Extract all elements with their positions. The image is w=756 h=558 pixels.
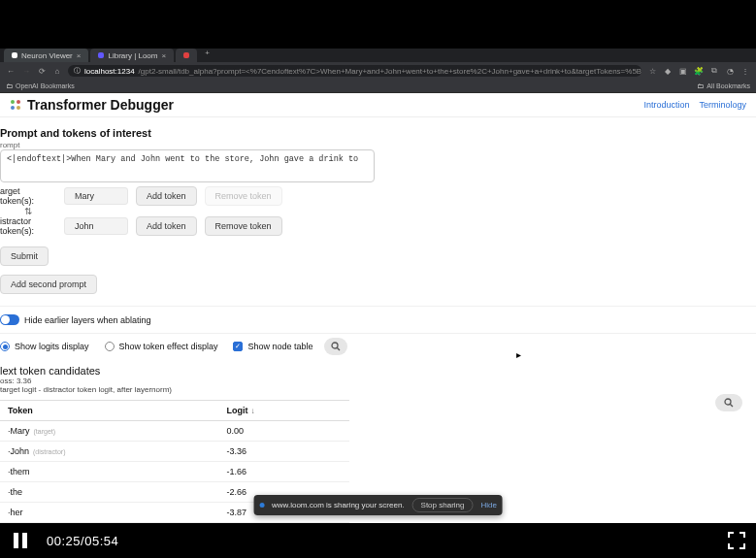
target-tokens-label: arget token(s): xyxy=(0,186,56,206)
pause-icon xyxy=(10,530,31,551)
star-icon[interactable]: ☆ xyxy=(647,67,657,76)
folder-icon: 🗀 xyxy=(697,82,704,89)
show-node-table-label: Show node table xyxy=(247,342,312,351)
token-cell: ·her xyxy=(0,503,219,523)
browser-tab-3[interactable] xyxy=(176,49,197,62)
fullscreen-icon xyxy=(727,531,746,550)
all-bookmarks-label: All Bookmarks xyxy=(707,82,750,89)
share-text: www.loom.com is sharing your screen. xyxy=(272,501,405,509)
url-bar[interactable]: ⓘ localhost:1234 /gpt2-small/tdb_alpha?p… xyxy=(68,65,641,77)
pause-button[interactable] xyxy=(10,530,31,551)
forward-icon[interactable]: → xyxy=(21,67,31,76)
time-current: 00:25 xyxy=(47,534,81,548)
close-icon[interactable]: × xyxy=(161,51,166,60)
new-tab-button[interactable]: + xyxy=(199,49,215,62)
token-tag: (target) xyxy=(34,428,56,435)
svg-point-3 xyxy=(16,106,20,110)
show-token-effect-label: Show token effect display xyxy=(119,342,218,351)
ext-1-icon[interactable]: ◆ xyxy=(663,67,673,76)
candidates-heading: lext token candidates xyxy=(0,365,756,377)
token-cell: ·them xyxy=(0,462,219,482)
browser-tab-1[interactable]: Neuron Viewer × xyxy=(4,49,88,62)
submit-button[interactable]: Submit xyxy=(0,246,49,266)
show-logits-label: Show logits display xyxy=(15,342,89,351)
distractor-token-chip[interactable]: John xyxy=(64,217,128,235)
token-cell: ·John(distractor) xyxy=(0,442,219,462)
add-target-button[interactable]: Add token xyxy=(136,186,197,206)
show-token-effect-radio[interactable] xyxy=(105,342,115,351)
url-path: /gpt2-small/tdb_alpha?prompt=<%7Cendofte… xyxy=(139,67,641,76)
fullscreen-button[interactable] xyxy=(727,531,746,550)
swap-icon[interactable]: ⇅ xyxy=(0,206,56,216)
app-logo-icon xyxy=(10,99,21,111)
zoom-candidates-button[interactable] xyxy=(715,394,742,411)
url-host: localhost:1234 xyxy=(84,67,135,76)
magnify-icon xyxy=(331,342,341,351)
svg-point-4 xyxy=(332,343,338,348)
hide-share-button[interactable]: Hide xyxy=(480,501,496,509)
home-icon[interactable]: ⌂ xyxy=(52,67,62,76)
hide-layers-toggle[interactable] xyxy=(0,314,19,325)
svg-line-5 xyxy=(337,347,340,350)
remove-distractor-button[interactable]: Remove token xyxy=(205,216,282,236)
svg-rect-9 xyxy=(22,533,27,548)
loss-label: oss: xyxy=(0,377,16,385)
avatar-icon[interactable]: ◔ xyxy=(725,67,735,76)
browser-tab-2[interactable]: Library | Loom × xyxy=(90,49,174,62)
candidates-subtitle: target logit - distractor token logit, a… xyxy=(0,385,756,394)
token-cell: ·the xyxy=(0,482,219,503)
video-timestamp: 00:25/05:54 xyxy=(47,534,118,548)
site-info-icon[interactable]: ⓘ xyxy=(74,66,81,76)
intro-link[interactable]: Introduction xyxy=(643,100,689,110)
distractor-tokens-label: istractor token(s): xyxy=(0,216,56,236)
tab-fav-2 xyxy=(98,52,104,58)
svg-rect-8 xyxy=(14,533,18,548)
tab-title-1: Neuron Viewer xyxy=(21,51,73,60)
puzzle-icon[interactable]: 🧩 xyxy=(694,67,704,76)
table-row[interactable]: ·them-1.66 xyxy=(0,462,349,482)
back-icon[interactable]: ← xyxy=(6,67,16,76)
menu-icon[interactable]: ⋮ xyxy=(740,67,750,76)
magnify-icon xyxy=(724,398,734,408)
token-cell: ·Mary(target) xyxy=(0,421,219,442)
tab-title-2: Library | Loom xyxy=(108,51,157,60)
sort-desc-icon: ↓ xyxy=(251,407,255,415)
prompt-section-heading: Prompt and tokens of interest xyxy=(0,121,756,141)
remove-target-button: Remove token xyxy=(205,186,282,206)
col-logit[interactable]: Logit↓ xyxy=(219,401,349,421)
show-node-table-checkbox[interactable]: ✓ xyxy=(233,342,243,351)
svg-point-0 xyxy=(11,100,15,104)
svg-point-1 xyxy=(16,100,20,104)
cursor-icon: ▸ xyxy=(516,349,521,360)
table-row[interactable]: ·Mary(target)0.00 xyxy=(0,421,349,442)
reload-icon[interactable]: ⟳ xyxy=(37,67,47,76)
svg-point-6 xyxy=(725,399,731,405)
tab-fav-1 xyxy=(12,52,17,58)
svg-line-7 xyxy=(730,404,733,407)
loss-value: 3.36 xyxy=(16,377,32,385)
svg-point-2 xyxy=(11,106,15,110)
add-distractor-button[interactable]: Add token xyxy=(136,216,197,236)
show-logits-radio[interactable] xyxy=(0,342,10,351)
page-title: Transformer Debugger xyxy=(27,97,174,113)
stop-sharing-button[interactable]: Stop sharing xyxy=(412,498,474,512)
prompt-label: rompt xyxy=(0,141,756,149)
time-total: 05:54 xyxy=(84,534,118,548)
col-token[interactable]: Token xyxy=(0,401,219,421)
window-icon[interactable]: ⧉ xyxy=(709,66,719,76)
close-icon[interactable]: × xyxy=(77,51,82,60)
prompt-input[interactable]: <|endoftext|>When Mary and John went to … xyxy=(0,149,375,182)
logit-cell: 0.00 xyxy=(219,421,349,442)
table-row[interactable]: ·John(distractor)-3.36 xyxy=(0,442,349,462)
screen-share-bar: www.loom.com is sharing your screen. Sto… xyxy=(253,495,503,515)
target-token-chip[interactable]: Mary xyxy=(64,187,128,205)
bookmark-item[interactable]: 🗀 OpenAI Bookmarks xyxy=(6,82,75,89)
tab-fav-3 xyxy=(183,52,189,58)
zoom-button[interactable] xyxy=(324,338,347,355)
add-second-prompt-button[interactable]: Add second prompt xyxy=(0,275,97,294)
hide-layers-label: Hide earlier layers when ablating xyxy=(24,315,151,325)
all-bookmarks[interactable]: 🗀 All Bookmarks xyxy=(697,82,750,89)
share-indicator-icon xyxy=(259,503,264,508)
terms-link[interactable]: Terminology xyxy=(699,100,746,110)
ext-2-icon[interactable]: ▣ xyxy=(678,67,688,76)
